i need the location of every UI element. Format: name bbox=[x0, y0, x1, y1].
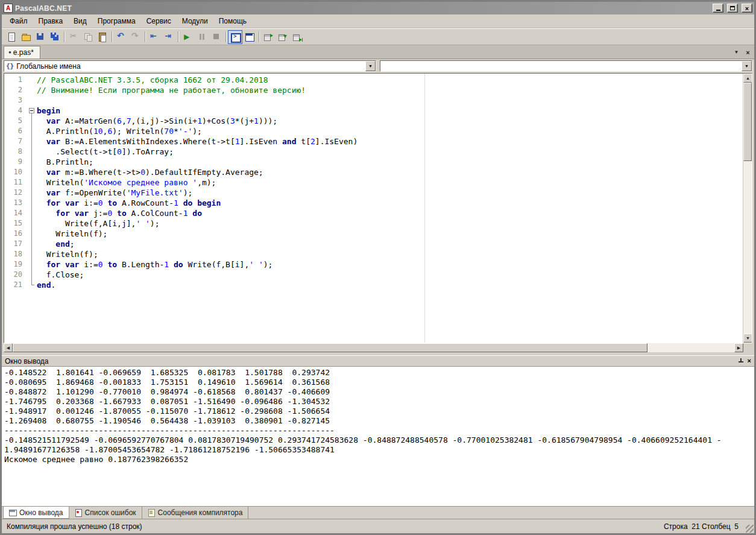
resize-grip[interactable] bbox=[746, 525, 754, 533]
code-line[interactable]: 4begin bbox=[4, 106, 743, 116]
code-line[interactable]: 18 Writeln(f); bbox=[4, 249, 743, 259]
line-number: 20 bbox=[4, 270, 27, 280]
run-no-debug-button[interactable] bbox=[228, 30, 242, 44]
close-output-panel-button[interactable]: × bbox=[748, 358, 751, 364]
code-line[interactable]: 20 f.Close; bbox=[4, 270, 743, 280]
code-line[interactable]: 3 bbox=[4, 95, 743, 106]
menu-edit[interactable]: Правка bbox=[33, 15, 69, 27]
scroll-up-button[interactable]: ▲ bbox=[743, 74, 752, 83]
next-position-button[interactable] bbox=[162, 30, 176, 44]
copy-icon bbox=[83, 32, 93, 42]
maximize-button[interactable] bbox=[727, 4, 738, 13]
code-area[interactable]: 1// PascalABC.NET 3.3.5, сборка 1662 от … bbox=[4, 74, 743, 343]
new-file-button[interactable] bbox=[4, 30, 19, 44]
close-button[interactable]: × bbox=[742, 4, 752, 13]
line-number: 21 bbox=[4, 280, 27, 290]
step-over-button[interactable] bbox=[261, 30, 276, 44]
fold-marker bbox=[27, 106, 37, 116]
code-text: f.Close; bbox=[37, 270, 743, 280]
paste-icon bbox=[98, 32, 107, 42]
code-line[interactable]: 19 for var i:=0 to B.Length-1 do Write(f… bbox=[4, 259, 743, 270]
step-into-button[interactable] bbox=[276, 30, 290, 44]
menu-modules[interactable]: Модули bbox=[177, 15, 213, 27]
scope-combo-value: Глобальные имена bbox=[14, 62, 365, 71]
run-to-cursor-icon bbox=[292, 32, 302, 42]
code-line[interactable]: 7 var B:=A.ElementsWithIndexes.Where(t->… bbox=[4, 136, 743, 147]
pin-panel-button[interactable] bbox=[738, 358, 744, 364]
paste-button[interactable] bbox=[95, 30, 110, 44]
code-text: var B:=A.ElementsWithIndexes.Where(t->t[… bbox=[37, 136, 743, 147]
collapse-toggle-icon[interactable] bbox=[29, 108, 34, 113]
undo-button[interactable] bbox=[114, 30, 128, 44]
scroll-right-button[interactable]: ▶ bbox=[734, 343, 743, 352]
code-line[interactable]: 2// Внимание! Если программа не работает… bbox=[4, 85, 743, 95]
code-line[interactable]: 5 var A:=MatrGen(6,7,(i,j)->Sin(i+1)+Cos… bbox=[4, 116, 743, 126]
minimize-button[interactable] bbox=[713, 4, 723, 13]
member-combo[interactable]: ▼ bbox=[380, 60, 752, 72]
code-line[interactable]: 13 for var i:=0 to A.RowCount-1 do begin bbox=[4, 198, 743, 208]
code-line[interactable]: 14 for var j:=0 to A.ColCount-1 do bbox=[4, 208, 743, 218]
code-text: A.Println(10,6); Writeln(70*'-'); bbox=[37, 126, 743, 136]
nav-forward-icon bbox=[164, 32, 174, 42]
toolbar bbox=[2, 28, 754, 45]
pause-icon bbox=[197, 32, 207, 42]
tab-list-dropdown-button[interactable]: ▼ bbox=[732, 48, 741, 57]
scope-combo-dropdown-button[interactable]: ▼ bbox=[365, 61, 376, 71]
tab-output-window[interactable]: Окно вывода bbox=[3, 507, 69, 519]
code-line[interactable]: 21end. bbox=[4, 280, 743, 290]
code-line[interactable]: 6 A.Println(10,6); Writeln(70*'-'); bbox=[4, 126, 743, 136]
editor-vertical-scrollbar[interactable]: ▲ ▼ bbox=[743, 74, 752, 343]
editor-tab-epas[interactable]: ● e.pas* bbox=[4, 46, 40, 59]
code-line[interactable]: 9 B.Println; bbox=[4, 157, 743, 167]
code-line[interactable]: 17 end; bbox=[4, 239, 743, 249]
toolbar-separator bbox=[145, 31, 145, 42]
save-all-button[interactable] bbox=[48, 30, 62, 44]
fold-marker bbox=[27, 177, 37, 188]
show-console-button[interactable] bbox=[242, 30, 257, 44]
horizontal-scroll-thumb[interactable] bbox=[13, 343, 647, 352]
close-document-button[interactable]: × bbox=[743, 48, 752, 57]
output-line: -0.848872 1.101290 -0.770010 0.984974 -0… bbox=[4, 387, 752, 397]
scope-combo[interactable]: {} Глобальные имена ▼ bbox=[4, 60, 376, 72]
status-bar: Компиляция прошла успешно (18 строк) Стр… bbox=[2, 519, 754, 533]
output-line: ----------------------------------------… bbox=[4, 426, 752, 435]
code-text: // Внимание! Если программа не работает,… bbox=[37, 85, 743, 95]
code-line[interactable]: 12 var f:=OpenWrite('MyFile.txt'); bbox=[4, 188, 743, 198]
code-line[interactable]: 11 Writeln('Искомое среднее равно ',m); bbox=[4, 177, 743, 188]
menu-view[interactable]: Вид bbox=[68, 15, 92, 27]
editor-horizontal-scrollbar[interactable]: ◀ ▶ bbox=[4, 343, 752, 352]
run-button[interactable] bbox=[180, 30, 195, 44]
code-line[interactable]: 1// PascalABC.NET 3.3.5, сборка 1662 от … bbox=[4, 75, 743, 85]
scrollbar-corner bbox=[743, 343, 752, 352]
code-line[interactable]: 8 .Select(t->t[0]).ToArray; bbox=[4, 147, 743, 157]
output-panel-title: Окно вывода bbox=[5, 357, 49, 366]
horizontal-scroll-track[interactable] bbox=[13, 343, 734, 352]
window-title: PascalABC.NET bbox=[15, 4, 709, 13]
vertical-scroll-track[interactable] bbox=[743, 83, 752, 334]
scroll-left-button[interactable]: ◀ bbox=[4, 343, 13, 352]
vertical-scroll-thumb[interactable] bbox=[743, 83, 752, 161]
scroll-down-button[interactable]: ▼ bbox=[743, 334, 752, 343]
save-button[interactable] bbox=[33, 30, 48, 44]
open-file-button[interactable] bbox=[19, 30, 33, 44]
run-to-cursor-button[interactable] bbox=[290, 30, 304, 44]
prev-position-button[interactable] bbox=[147, 30, 162, 44]
tab-error-list[interactable]: Список ошибок bbox=[69, 507, 142, 519]
code-line[interactable]: 15 Write(f,A[i,j],' '); bbox=[4, 218, 743, 229]
tab-compiler-messages[interactable]: Сообщения компилятора bbox=[142, 507, 249, 519]
code-text: begin bbox=[37, 106, 743, 116]
line-number: 9 bbox=[4, 157, 27, 167]
code-line[interactable]: 16 Writeln(f); bbox=[4, 229, 743, 239]
output-window[interactable]: -0.148522 1.801641 -0.069659 1.685325 0.… bbox=[2, 367, 754, 507]
menu-file[interactable]: Файл bbox=[4, 15, 33, 27]
output-line: 1.94891677126358 -1.87005453654782 -1.71… bbox=[4, 445, 752, 455]
menu-help[interactable]: Помощь bbox=[213, 15, 252, 27]
member-combo-dropdown-button[interactable]: ▼ bbox=[742, 61, 752, 71]
menu-program[interactable]: Программа bbox=[92, 15, 141, 27]
code-line[interactable]: 10 var m:=B.Where(t->t>0).DefaultIfEmpty… bbox=[4, 167, 743, 177]
code-text: var f:=OpenWrite('MyFile.txt'); bbox=[37, 188, 743, 198]
menu-service[interactable]: Сервис bbox=[141, 15, 177, 27]
stop-icon bbox=[212, 32, 221, 42]
code-text: for var i:=0 to B.Length-1 do Write(f,B[… bbox=[37, 259, 743, 270]
toolbar-separator bbox=[112, 31, 112, 42]
